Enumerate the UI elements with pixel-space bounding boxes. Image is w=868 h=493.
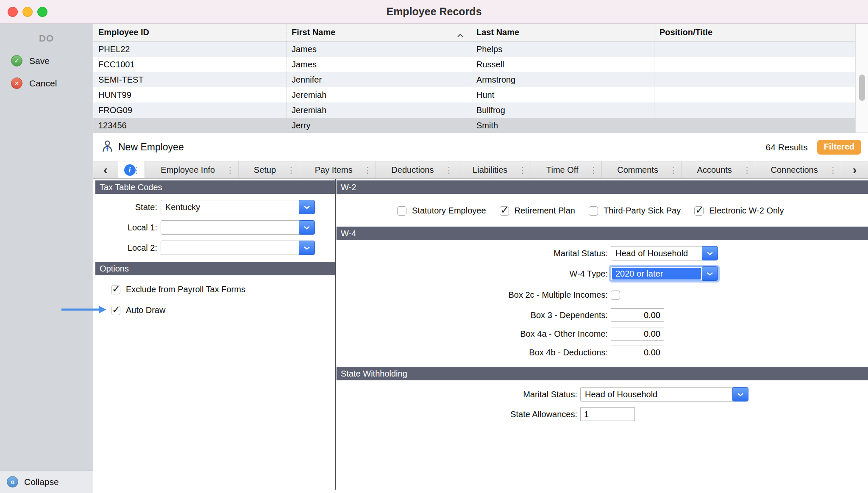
table-row[interactable]: FROG09 Jeremiah Bullfrog	[93, 102, 855, 118]
statutory-employee-checkbox[interactable]: ✓	[397, 206, 406, 216]
cell-first-name: James	[287, 42, 471, 57]
tab-connections[interactable]: Connections	[755, 161, 841, 178]
tabs-scroll-left-button[interactable]: ‹	[93, 161, 118, 178]
column-header-first-name[interactable]: First Name	[287, 24, 471, 41]
state-dropdown[interactable]: Kentucky	[161, 200, 315, 214]
check-icon: ✓	[501, 204, 509, 216]
tab-employee-info[interactable]: Employee Info	[145, 161, 238, 178]
third-party-sick-pay-checkbox[interactable]: ✓	[589, 206, 598, 216]
tab-accounts[interactable]: Accounts	[681, 161, 755, 178]
tab-liabilities[interactable]: Liabilities	[457, 161, 531, 178]
cell-position	[654, 57, 855, 72]
dropdown-button[interactable]	[299, 241, 315, 255]
box3-label: Box 3 - Dependents:	[336, 310, 608, 320]
statutory-employee-group: ✓ Statutory Employee	[397, 206, 486, 216]
cancel-button[interactable]: ✕ Cancel	[11, 78, 93, 89]
cell-last-name: Armstrong	[471, 72, 654, 87]
traffic-lights	[8, 7, 47, 17]
dropdown-button[interactable]	[299, 200, 315, 214]
box4a-row: Box 4a - Other Income:	[336, 327, 868, 341]
electronic-w2-label: Electronic W-2 Only	[709, 206, 784, 216]
table-row[interactable]: FCC1001 James Russell	[93, 57, 855, 72]
tabs-scroll-right-button[interactable]: ›	[841, 161, 868, 178]
window-title: Employee Records	[386, 6, 481, 18]
dropdown-button[interactable]	[299, 220, 315, 235]
filtered-badge[interactable]: Filtered	[817, 140, 861, 155]
cell-position	[654, 118, 855, 133]
retirement-plan-group: ✓ Retirement Plan	[500, 206, 575, 216]
local1-label: Local 1:	[93, 223, 157, 233]
column-header-employee-id[interactable]: Employee ID	[93, 24, 287, 41]
tab-pay-items[interactable]: Pay Items	[299, 161, 376, 178]
electronic-w2-group: ✓ Electronic W-2 Only	[694, 206, 784, 216]
box4a-other-income-input[interactable]	[611, 327, 664, 341]
column-header-position-title[interactable]: Position/Title	[654, 24, 855, 41]
tab-info-selected[interactable]: i	[118, 161, 145, 178]
detail-content: Tax Table Codes State: Kentucky Local 1:	[93, 179, 868, 493]
save-label: Save	[29, 56, 50, 66]
chevron-down-icon	[303, 205, 310, 209]
left-panel: Tax Table Codes State: Kentucky Local 1:	[93, 179, 335, 493]
auto-draw-checkbox[interactable]: ✓	[111, 306, 120, 315]
state-marital-status-dropdown-value: Head of Household	[581, 390, 732, 399]
state-marital-status-dropdown[interactable]: Head of Household	[580, 387, 748, 402]
box2c-checkbox[interactable]: ✓	[611, 291, 620, 300]
local1-dropdown[interactable]	[161, 220, 315, 235]
chevron-down-icon	[707, 252, 713, 255]
close-window-button[interactable]	[8, 7, 18, 17]
employee-records-window: Employee Records DO ✓ Save ✕ Cancel « Co…	[0, 0, 868, 493]
marital-status-dropdown[interactable]: Head of Household	[611, 246, 718, 260]
zoom-window-button[interactable]	[37, 7, 47, 17]
chevron-left-icon: ‹	[103, 163, 108, 177]
right-panel: W-2 ✓ Statutory Employee ✓ Retirement Pl…	[336, 179, 868, 493]
cell-first-name: Jerry	[287, 118, 471, 133]
cell-last-name: Smith	[471, 118, 654, 133]
tab-time-off[interactable]: Time Off	[531, 161, 601, 178]
sort-ascending-icon	[456, 30, 464, 40]
state-marital-status-label: Marital Status:	[336, 390, 577, 399]
exclude-payroll-checkbox[interactable]: ✓	[111, 285, 120, 294]
exclude-payroll-row: ✓ Exclude from Payroll Tax Forms	[111, 285, 335, 294]
state-allowances-input[interactable]	[580, 407, 635, 421]
electronic-w2-checkbox[interactable]: ✓	[694, 206, 704, 216]
auto-draw-label: Auto Draw	[126, 305, 165, 315]
local1-row: Local 1:	[93, 220, 335, 235]
column-header-last-name[interactable]: Last Name	[471, 24, 654, 41]
state-marital-status-row: Marital Status: Head of Household	[336, 387, 868, 402]
table-row[interactable]: SEMI-TEST Jennifer Armstrong	[93, 72, 855, 87]
w4-type-dropdown[interactable]: 2020 or later	[611, 266, 718, 281]
table-body: PHEL22 James Phelps FCC1001 James Russel…	[93, 42, 855, 133]
third-party-sick-pay-label: Third-Party Sick Pay	[604, 206, 681, 216]
table-row[interactable]: PHEL22 James Phelps	[93, 42, 855, 57]
local2-dropdown[interactable]	[161, 241, 315, 255]
cell-first-name: James	[287, 57, 471, 72]
save-button[interactable]: ✓ Save	[11, 55, 93, 66]
cell-position	[654, 102, 855, 118]
retirement-plan-checkbox[interactable]: ✓	[500, 206, 509, 216]
tab-comments[interactable]: Comments	[601, 161, 681, 178]
box3-dependents-input[interactable]	[611, 308, 664, 322]
scrollbar-thumb[interactable]	[859, 75, 865, 101]
cell-position	[654, 87, 855, 102]
dropdown-button[interactable]	[702, 246, 718, 260]
cell-last-name: Phelps	[471, 42, 654, 57]
table-row-selected[interactable]: 123456 Jerry Smith	[93, 118, 855, 133]
collapse-button[interactable]: « Collapse	[0, 470, 93, 493]
minimize-window-button[interactable]	[22, 7, 33, 17]
chevron-down-icon	[737, 393, 744, 396]
table-row[interactable]: HUNT99 Jeremiah Hunt	[93, 87, 855, 102]
cell-employee-id: HUNT99	[93, 87, 287, 102]
dropdown-button[interactable]	[732, 387, 748, 402]
table-scrollbar[interactable]	[855, 24, 868, 133]
cell-employee-id: FCC1001	[93, 57, 287, 72]
local2-label: Local 2:	[93, 243, 157, 253]
collapse-chevrons-icon: «	[7, 476, 18, 487]
tab-deductions[interactable]: Deductions	[376, 161, 457, 178]
section-header-state-withholding: State Withholding	[337, 367, 868, 380]
dropdown-button[interactable]	[702, 266, 718, 281]
box4a-label: Box 4a - Other Income:	[336, 329, 608, 339]
box4b-deductions-input[interactable]	[611, 346, 664, 359]
tab-setup[interactable]: Setup	[238, 161, 299, 178]
w2-checkbox-row: ✓ Statutory Employee ✓ Retirement Plan ✓…	[397, 206, 868, 216]
table-header-row: Employee ID First Name Last Name Positio…	[93, 24, 855, 42]
